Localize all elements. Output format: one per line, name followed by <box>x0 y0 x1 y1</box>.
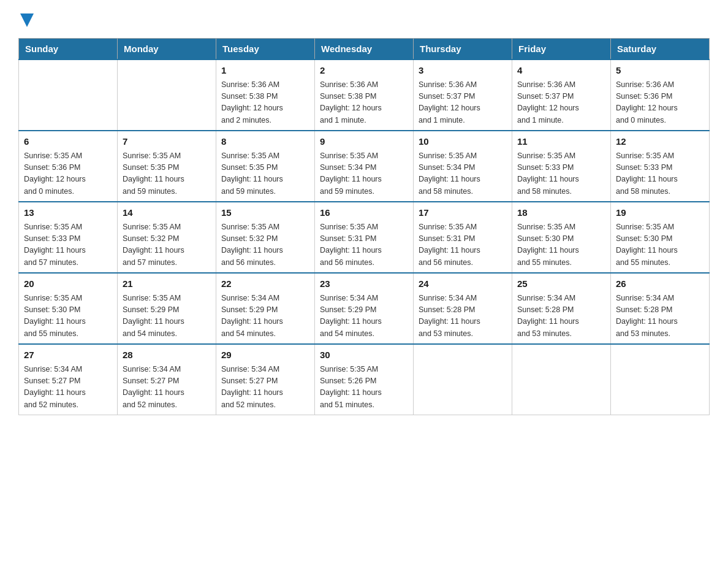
day-number: 7 <box>123 135 211 149</box>
day-info: Sunrise: 5:34 AM Sunset: 5:28 PM Dayligh… <box>419 293 507 340</box>
calendar-cell <box>512 344 611 415</box>
week-row-5: 27Sunrise: 5:34 AM Sunset: 5:27 PM Dayli… <box>19 344 710 415</box>
calendar-cell: 13Sunrise: 5:35 AM Sunset: 5:33 PM Dayli… <box>19 202 118 273</box>
calendar-cell: 27Sunrise: 5:34 AM Sunset: 5:27 PM Dayli… <box>19 344 118 415</box>
calendar-cell: 3Sunrise: 5:36 AM Sunset: 5:37 PM Daylig… <box>414 59 512 131</box>
day-number: 18 <box>517 206 605 220</box>
day-info: Sunrise: 5:35 AM Sunset: 5:29 PM Dayligh… <box>123 293 211 340</box>
calendar-cell <box>19 59 118 131</box>
day-number: 12 <box>616 135 704 149</box>
day-info: Sunrise: 5:36 AM Sunset: 5:38 PM Dayligh… <box>320 79 408 127</box>
day-info: Sunrise: 5:35 AM Sunset: 5:32 PM Dayligh… <box>221 221 309 269</box>
day-info: Sunrise: 5:35 AM Sunset: 5:34 PM Dayligh… <box>419 150 507 198</box>
day-info: Sunrise: 5:34 AM Sunset: 5:27 PM Dayligh… <box>221 364 309 412</box>
calendar-cell: 16Sunrise: 5:35 AM Sunset: 5:31 PM Dayli… <box>315 202 414 273</box>
calendar-cell: 2Sunrise: 5:36 AM Sunset: 5:38 PM Daylig… <box>315 59 414 131</box>
day-number: 6 <box>24 135 112 149</box>
weekday-header-monday: Monday <box>118 39 216 60</box>
day-info: Sunrise: 5:35 AM Sunset: 5:31 PM Dayligh… <box>320 221 408 269</box>
day-info: Sunrise: 5:35 AM Sunset: 5:32 PM Dayligh… <box>123 221 211 269</box>
calendar-table: SundayMondayTuesdayWednesdayThursdayFrid… <box>18 38 710 415</box>
calendar-cell: 8Sunrise: 5:35 AM Sunset: 5:35 PM Daylig… <box>216 131 315 202</box>
weekday-header-thursday: Thursday <box>414 39 512 60</box>
weekday-header-friday: Friday <box>512 39 611 60</box>
day-info: Sunrise: 5:35 AM Sunset: 5:33 PM Dayligh… <box>24 221 112 269</box>
calendar-cell: 25Sunrise: 5:34 AM Sunset: 5:28 PM Dayli… <box>512 273 611 344</box>
calendar-cell: 30Sunrise: 5:35 AM Sunset: 5:26 PM Dayli… <box>315 344 414 415</box>
day-info: Sunrise: 5:35 AM Sunset: 5:36 PM Dayligh… <box>24 150 112 198</box>
weekday-header-tuesday: Tuesday <box>216 39 315 60</box>
weekday-header-row: SundayMondayTuesdayWednesdayThursdayFrid… <box>19 39 710 60</box>
week-row-2: 6Sunrise: 5:35 AM Sunset: 5:36 PM Daylig… <box>19 131 710 202</box>
page-header <box>18 12 710 26</box>
day-number: 21 <box>123 277 211 291</box>
calendar-cell: 4Sunrise: 5:36 AM Sunset: 5:37 PM Daylig… <box>512 59 611 131</box>
day-number: 13 <box>24 206 112 220</box>
calendar-cell: 5Sunrise: 5:36 AM Sunset: 5:36 PM Daylig… <box>611 59 710 131</box>
day-info: Sunrise: 5:34 AM Sunset: 5:28 PM Dayligh… <box>517 293 605 340</box>
weekday-header-sunday: Sunday <box>19 39 118 60</box>
day-info: Sunrise: 5:36 AM Sunset: 5:36 PM Dayligh… <box>616 79 704 127</box>
day-info: Sunrise: 5:34 AM Sunset: 5:29 PM Dayligh… <box>221 293 309 340</box>
day-number: 10 <box>419 135 507 149</box>
calendar-cell: 10Sunrise: 5:35 AM Sunset: 5:34 PM Dayli… <box>414 131 512 202</box>
day-info: Sunrise: 5:35 AM Sunset: 5:35 PM Dayligh… <box>123 150 211 198</box>
day-number: 26 <box>616 277 704 291</box>
svg-marker-0 <box>20 13 34 27</box>
day-number: 4 <box>517 64 605 78</box>
day-number: 22 <box>221 277 309 291</box>
calendar-cell: 17Sunrise: 5:35 AM Sunset: 5:31 PM Dayli… <box>414 202 512 273</box>
calendar-cell: 23Sunrise: 5:34 AM Sunset: 5:29 PM Dayli… <box>315 273 414 344</box>
calendar-cell <box>611 344 710 415</box>
day-number: 28 <box>123 348 211 362</box>
day-number: 14 <box>123 206 211 220</box>
day-number: 5 <box>616 64 704 78</box>
weekday-header-saturday: Saturday <box>611 39 710 60</box>
calendar-cell: 24Sunrise: 5:34 AM Sunset: 5:28 PM Dayli… <box>414 273 512 344</box>
week-row-3: 13Sunrise: 5:35 AM Sunset: 5:33 PM Dayli… <box>19 202 710 273</box>
weekday-header-wednesday: Wednesday <box>315 39 414 60</box>
day-number: 9 <box>320 135 408 149</box>
logo-triangle-icon <box>20 13 34 27</box>
day-number: 15 <box>221 206 309 220</box>
day-info: Sunrise: 5:36 AM Sunset: 5:37 PM Dayligh… <box>517 79 605 127</box>
day-number: 29 <box>221 348 309 362</box>
calendar-cell: 18Sunrise: 5:35 AM Sunset: 5:30 PM Dayli… <box>512 202 611 273</box>
day-info: Sunrise: 5:36 AM Sunset: 5:37 PM Dayligh… <box>419 79 507 127</box>
calendar-cell: 1Sunrise: 5:36 AM Sunset: 5:38 PM Daylig… <box>216 59 315 131</box>
day-number: 27 <box>24 348 112 362</box>
day-number: 19 <box>616 206 704 220</box>
day-info: Sunrise: 5:35 AM Sunset: 5:35 PM Dayligh… <box>221 150 309 198</box>
day-info: Sunrise: 5:35 AM Sunset: 5:30 PM Dayligh… <box>517 221 605 269</box>
day-number: 17 <box>419 206 507 220</box>
day-info: Sunrise: 5:35 AM Sunset: 5:30 PM Dayligh… <box>24 293 112 340</box>
day-number: 1 <box>221 64 309 78</box>
day-info: Sunrise: 5:35 AM Sunset: 5:33 PM Dayligh… <box>517 150 605 198</box>
day-info: Sunrise: 5:36 AM Sunset: 5:38 PM Dayligh… <box>221 79 309 127</box>
calendar-cell <box>414 344 512 415</box>
calendar-cell: 29Sunrise: 5:34 AM Sunset: 5:27 PM Dayli… <box>216 344 315 415</box>
calendar-cell: 11Sunrise: 5:35 AM Sunset: 5:33 PM Dayli… <box>512 131 611 202</box>
calendar-cell: 6Sunrise: 5:35 AM Sunset: 5:36 PM Daylig… <box>19 131 118 202</box>
day-number: 2 <box>320 64 408 78</box>
week-row-4: 20Sunrise: 5:35 AM Sunset: 5:30 PM Dayli… <box>19 273 710 344</box>
day-info: Sunrise: 5:35 AM Sunset: 5:34 PM Dayligh… <box>320 150 408 198</box>
day-info: Sunrise: 5:35 AM Sunset: 5:30 PM Dayligh… <box>616 221 704 269</box>
calendar-cell: 21Sunrise: 5:35 AM Sunset: 5:29 PM Dayli… <box>118 273 216 344</box>
day-info: Sunrise: 5:34 AM Sunset: 5:28 PM Dayligh… <box>616 293 704 340</box>
day-number: 8 <box>221 135 309 149</box>
day-number: 3 <box>419 64 507 78</box>
calendar-cell: 28Sunrise: 5:34 AM Sunset: 5:27 PM Dayli… <box>118 344 216 415</box>
day-number: 20 <box>24 277 112 291</box>
day-info: Sunrise: 5:34 AM Sunset: 5:27 PM Dayligh… <box>24 364 112 412</box>
day-number: 24 <box>419 277 507 291</box>
calendar-cell: 7Sunrise: 5:35 AM Sunset: 5:35 PM Daylig… <box>118 131 216 202</box>
calendar-cell: 9Sunrise: 5:35 AM Sunset: 5:34 PM Daylig… <box>315 131 414 202</box>
day-number: 23 <box>320 277 408 291</box>
day-info: Sunrise: 5:34 AM Sunset: 5:29 PM Dayligh… <box>320 293 408 340</box>
calendar-cell: 15Sunrise: 5:35 AM Sunset: 5:32 PM Dayli… <box>216 202 315 273</box>
logo <box>18 12 34 26</box>
calendar-cell: 20Sunrise: 5:35 AM Sunset: 5:30 PM Dayli… <box>19 273 118 344</box>
calendar-cell: 14Sunrise: 5:35 AM Sunset: 5:32 PM Dayli… <box>118 202 216 273</box>
calendar-cell: 12Sunrise: 5:35 AM Sunset: 5:33 PM Dayli… <box>611 131 710 202</box>
